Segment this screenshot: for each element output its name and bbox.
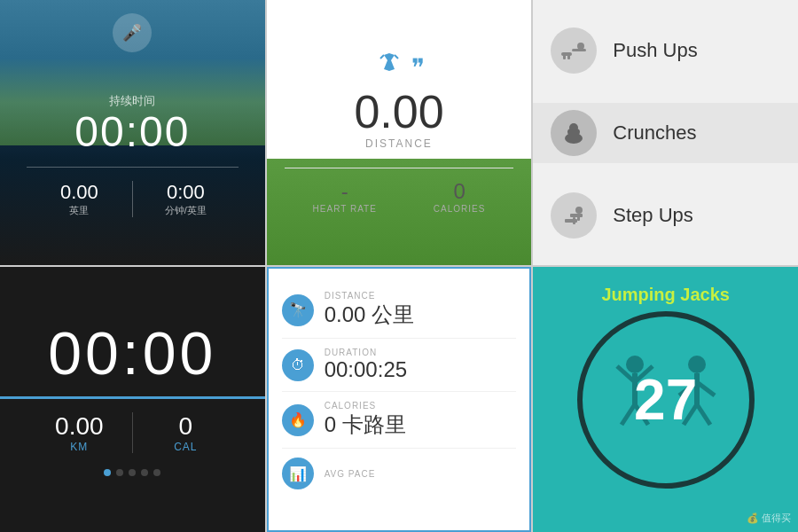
distance-icon: 🔭 xyxy=(282,294,314,326)
cal-label: CAL xyxy=(133,441,239,453)
calories-icon: 🔥 xyxy=(282,404,314,436)
exercise-item-crunches[interactable]: Crunches xyxy=(533,103,798,163)
avgpace-sublabel: AVG PACE xyxy=(325,469,376,479)
crunches-label: Crunches xyxy=(613,121,696,145)
heart-rate-value: - xyxy=(313,179,377,204)
stats-row: 0.00 英里 0:00 分钟/英里 xyxy=(27,181,239,217)
distance-main-value: 0.00 公里 xyxy=(325,301,414,329)
calories-stat-row: 🔥 CALORIES 0 卡路里 xyxy=(282,392,517,449)
duration-text-block: DURATION 00:00:25 xyxy=(325,348,407,382)
duration-stat-row: ⏱ DURATION 00:00:25 xyxy=(282,339,517,392)
duration-icon: ⏱ xyxy=(282,349,314,381)
calories-item: 0 CALORIES xyxy=(434,179,486,214)
mic-icon: 🎤 xyxy=(122,23,142,43)
svg-rect-7 xyxy=(570,214,583,217)
distance-label: 英里 xyxy=(27,204,132,217)
distance-sublabel: DISTANCE xyxy=(325,291,414,301)
svg-line-16 xyxy=(622,404,635,425)
pace-value: 0:00 xyxy=(133,181,239,204)
crunches-icon xyxy=(551,110,597,156)
calories-label: CALORIES xyxy=(434,204,486,214)
exercise-ring: 27 xyxy=(577,311,755,489)
svg-rect-11 xyxy=(573,217,575,224)
calories-sublabel: CALORIES xyxy=(325,401,406,411)
svg-rect-3 xyxy=(563,54,566,59)
cal-value: 0 xyxy=(133,412,239,441)
distance-stat-row: 🔭 DISTANCE 0.00 公里 xyxy=(282,282,517,339)
dot-1 xyxy=(104,469,111,476)
jumping-jacks-title: Jumping Jacks xyxy=(601,285,730,305)
svg-rect-10 xyxy=(577,214,580,221)
cell-exercise-list: Push Ups Crunches xyxy=(533,0,798,265)
divider xyxy=(27,167,239,168)
distance-value: 0.00 xyxy=(27,181,132,204)
running-icon: ❞ xyxy=(373,51,426,82)
calories-value: 0 xyxy=(434,179,486,204)
main-grid: 🎤 持续时间 00:00 0.00 英里 0:00 分钟/英里 xyxy=(0,0,798,532)
dot-5 xyxy=(153,469,160,476)
blue-divider-bar xyxy=(0,396,265,399)
dark-stats-row: 0.00 KM 0 CAL xyxy=(27,412,239,453)
distance-text-block: DISTANCE 0.00 公里 xyxy=(325,291,414,329)
watermark-icon: 💰 xyxy=(747,512,759,523)
cell-dark-timer: 00:00 0.00 KM 0 CAL xyxy=(0,267,265,532)
stepups-icon xyxy=(551,192,597,239)
svg-line-23 xyxy=(697,404,710,425)
calories-text-block: CALORIES 0 卡路里 xyxy=(325,401,406,439)
km-stat: 0.00 KM xyxy=(27,412,132,453)
distance-label: DISTANCE xyxy=(365,137,433,150)
distance-stat: 0.00 英里 xyxy=(27,181,132,217)
svg-point-2 xyxy=(577,43,584,50)
avgpace-stat-row: 📊 AVG PACE xyxy=(282,449,517,498)
km-label: KM xyxy=(27,441,132,453)
pace-stat: 0:00 分钟/英里 xyxy=(133,181,239,217)
calories-main-value: 0 卡路里 xyxy=(325,411,406,439)
dot-2 xyxy=(116,469,123,476)
timer-display: 00:00 xyxy=(74,111,190,153)
pushups-icon xyxy=(551,27,597,74)
avgpace-text-block: AVG PACE xyxy=(325,469,376,479)
svg-rect-0 xyxy=(561,52,572,56)
mic-button[interactable]: 🎤 xyxy=(113,13,152,52)
heart-rate-item: - HEART RATE xyxy=(313,179,377,214)
dot-4 xyxy=(141,469,148,476)
svg-point-9 xyxy=(575,207,583,214)
big-timer-display: 00:00 xyxy=(48,323,216,383)
duration-sublabel: DURATION xyxy=(325,348,407,357)
exercise-item-pushups[interactable]: Push Ups xyxy=(533,20,798,81)
watermark: 💰 值得买 xyxy=(747,512,791,525)
hr-cal-row: - HEART RATE 0 CALORIES xyxy=(285,168,514,214)
jumping-jacks-count: 27 xyxy=(634,367,697,433)
exercise-item-stepups[interactable]: Step Ups xyxy=(533,185,798,246)
pushups-label: Push Ups xyxy=(613,39,697,62)
cell-running-tracker: 🎤 持续时间 00:00 0.00 英里 0:00 分钟/英里 xyxy=(0,0,265,265)
heart-rate-label: HEART RATE xyxy=(313,204,377,214)
watermark-text: 值得买 xyxy=(762,512,791,523)
stepups-label: Step Ups xyxy=(613,204,693,227)
pace-label: 分钟/英里 xyxy=(133,204,239,217)
distance-value: 0.00 xyxy=(354,87,443,137)
km-value: 0.00 xyxy=(27,412,132,441)
duration-label: 持续时间 xyxy=(109,93,155,109)
cal-stat: 0 CAL xyxy=(133,412,239,453)
dot-3 xyxy=(129,469,136,476)
svg-rect-4 xyxy=(567,54,570,59)
duration-main-value: 00:00:25 xyxy=(325,357,407,382)
cell-distance-card: ❞ 0.00 DISTANCE - HEART RATE 0 CALORIES xyxy=(267,0,532,265)
cell-jumping-jacks: Jumping Jacks 27 💰 xyxy=(533,267,798,532)
avgpace-icon: 📊 xyxy=(282,458,314,489)
page-dots xyxy=(104,469,160,476)
cell-stats-list: 🔭 DISTANCE 0.00 公里 ⏱ DURATION 00:00:25 🔥… xyxy=(267,267,532,532)
